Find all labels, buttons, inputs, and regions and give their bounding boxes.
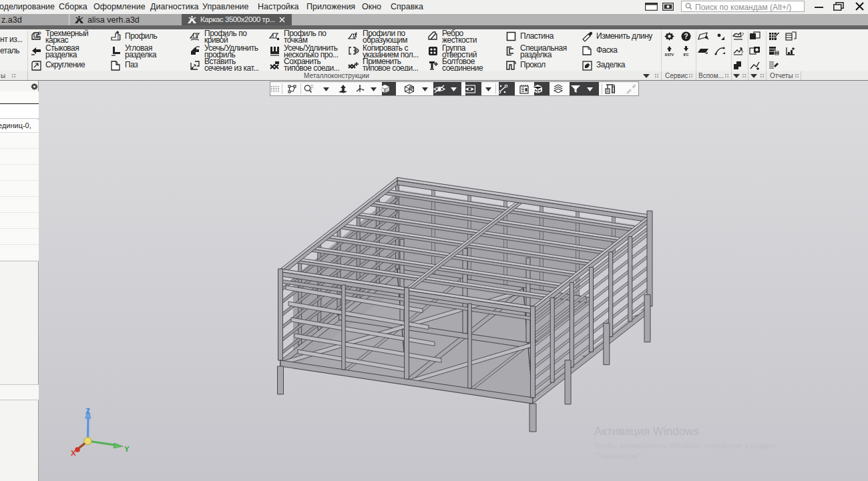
svg-text:DSTV: DSTV — [665, 53, 674, 57]
svg-text:?: ? — [741, 31, 744, 37]
svg-text:Y: Y — [124, 445, 130, 453]
svg-text:?: ? — [684, 32, 688, 40]
svg-text:X: X — [71, 449, 76, 457]
svg-text:Z: Z — [85, 407, 90, 415]
svg-text:IFC: IFC — [683, 53, 688, 57]
